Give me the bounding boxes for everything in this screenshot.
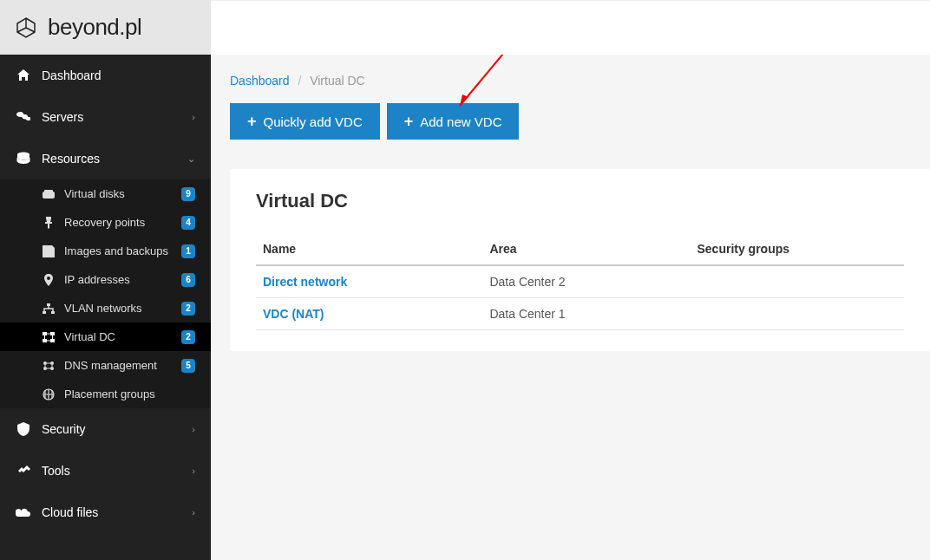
main-content: Dashboard / Virtual DC + Quickly add VDC… (211, 55, 930, 560)
chevron-right-icon: › (192, 112, 195, 122)
sidebar-sub-dns-management[interactable]: DNS management 5 (0, 351, 211, 380)
quickly-add-vdc-button[interactable]: + Quickly add VDC (230, 103, 380, 140)
sidebar-item-servers[interactable]: Servers › (0, 96, 211, 138)
svg-line-3 (26, 28, 35, 32)
vdc-name-link[interactable]: Direct network (256, 265, 482, 298)
table-row: VDC (NAT) Data Center 1 (256, 298, 904, 330)
globe-icon (42, 387, 56, 401)
count-badge: 6 (181, 273, 195, 287)
subnav-label: DNS management (64, 359, 181, 372)
nav-label: Security (42, 422, 192, 436)
svg-point-16 (43, 367, 47, 370)
svg-rect-8 (43, 311, 46, 314)
subnav-label: Virtual DC (64, 330, 181, 343)
location-icon (42, 273, 56, 287)
save-icon (42, 244, 56, 258)
breadcrumb-root[interactable]: Dashboard (230, 74, 290, 88)
card-title: Virtual DC (256, 190, 904, 212)
table-header-row: Name Area Security groups (256, 233, 904, 265)
tools-icon (16, 463, 31, 479)
sidebar: Dashboard Servers › Resources ⌄ (0, 55, 211, 560)
pin-icon (42, 216, 56, 230)
vdc-table: Name Area Security groups Direct network… (256, 233, 904, 330)
svg-rect-7 (47, 303, 50, 306)
button-label: Add new VDC (420, 114, 501, 129)
vdc-area: Data Center 2 (482, 265, 690, 298)
subnav-label: VLAN networks (64, 302, 181, 315)
sidebar-item-resources[interactable]: Resources ⌄ (0, 138, 211, 179)
breadcrumb: Dashboard / Virtual DC (230, 74, 930, 88)
disk-icon (42, 187, 56, 201)
security-icon (16, 421, 31, 437)
plus-icon: + (247, 114, 257, 129)
svg-rect-5 (43, 192, 55, 199)
nav-label: Servers (42, 110, 192, 124)
svg-point-17 (50, 367, 54, 370)
subnav-label: Virtual disks (64, 187, 181, 200)
cloud-files-icon (16, 505, 31, 520)
svg-rect-10 (43, 332, 47, 335)
col-security-groups: Security groups (690, 233, 904, 265)
chevron-right-icon: › (192, 466, 195, 476)
resources-icon (16, 151, 31, 166)
sidebar-sub-virtual-disks[interactable]: Virtual disks 9 (0, 179, 211, 208)
nav-label: Tools (42, 464, 192, 478)
action-bar: + Quickly add VDC + Add new VDC (230, 103, 930, 140)
dns-icon (42, 359, 56, 373)
vdc-name-link[interactable]: VDC (NAT) (256, 298, 482, 330)
sidebar-item-dashboard[interactable]: Dashboard (0, 55, 211, 96)
table-row: Direct network Data Center 2 (256, 265, 904, 298)
count-badge: 5 (181, 359, 195, 373)
svg-rect-12 (43, 339, 47, 342)
count-badge: 1 (181, 244, 195, 258)
topbar: beyond.pl (0, 0, 930, 55)
sidebar-sub-recovery-points[interactable]: Recovery points 4 (0, 208, 211, 237)
count-badge: 2 (181, 302, 195, 316)
sidebar-sub-virtual-dc[interactable]: Virtual DC 2 (0, 322, 211, 351)
col-area: Area (482, 233, 690, 265)
sidebar-item-security[interactable]: Security › (0, 408, 211, 450)
logo-mark-icon (13, 15, 39, 41)
plus-icon: + (404, 114, 414, 129)
logo-text: beyond.pl (48, 14, 141, 41)
svg-rect-6 (44, 190, 53, 192)
servers-icon (16, 109, 31, 125)
sidebar-sub-vlan-networks[interactable]: VLAN networks 2 (0, 294, 211, 322)
svg-rect-13 (50, 339, 55, 342)
button-label: Quickly add VDC (264, 114, 363, 129)
subnav-label: IP addresses (64, 273, 181, 286)
count-badge: 4 (181, 216, 195, 230)
chevron-down-icon: ⌄ (187, 153, 195, 165)
add-new-vdc-button[interactable]: + Add new VDC (387, 103, 520, 140)
sidebar-item-cloud-files[interactable]: Cloud files › (0, 492, 211, 533)
vdc-sg (690, 298, 904, 330)
sidebar-sub-images-backups[interactable]: Images and backups 1 (0, 237, 211, 265)
sidebar-sub-ip-addresses[interactable]: IP addresses 6 (0, 265, 211, 294)
count-badge: 2 (181, 330, 195, 344)
virtual-dc-icon (42, 330, 56, 344)
count-badge: 9 (181, 187, 195, 201)
vdc-sg (690, 265, 904, 298)
svg-rect-9 (51, 311, 55, 314)
sidebar-item-tools[interactable]: Tools › (0, 450, 211, 492)
vdc-area: Data Center 1 (482, 298, 690, 330)
sidebar-sub-placement-groups[interactable]: Placement groups (0, 380, 211, 408)
nav-label: Cloud files (42, 505, 192, 519)
breadcrumb-sep: / (298, 74, 301, 88)
nav-label: Dashboard (42, 68, 195, 82)
breadcrumb-current: Virtual DC (310, 74, 365, 88)
nav-label: Resources (42, 152, 187, 166)
subnav-label: Placement groups (64, 387, 195, 400)
topbar-right (211, 0, 930, 55)
svg-point-14 (43, 361, 47, 365)
svg-line-2 (17, 28, 26, 32)
col-name: Name (256, 233, 482, 265)
chevron-right-icon: › (192, 424, 195, 434)
subnav-label: Images and backups (64, 244, 181, 257)
subnav-label: Recovery points (64, 216, 181, 229)
branding: beyond.pl (0, 0, 211, 55)
virtual-dc-card: Virtual DC Name Area Security groups Dir… (230, 169, 930, 351)
svg-point-15 (50, 361, 54, 365)
svg-rect-11 (50, 332, 55, 335)
network-icon (42, 302, 56, 316)
